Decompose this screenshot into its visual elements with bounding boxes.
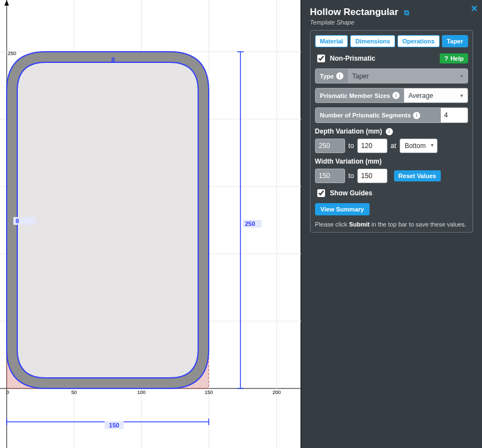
panel-subtitle: Template Shape: [310, 19, 473, 26]
view-summary-button[interactable]: View Summary: [315, 203, 370, 215]
width-from: 150: [315, 169, 345, 183]
chevron-down-icon: ▾: [431, 142, 434, 148]
info-icon[interactable]: i: [413, 112, 420, 119]
panel-title-text: Hollow Rectangular: [310, 7, 399, 17]
info-icon[interactable]: i: [336, 72, 343, 80]
svg-marker-2: [4, 0, 9, 6]
depth-to-input[interactable]: [357, 139, 387, 153]
tab-operations[interactable]: Operations: [397, 35, 440, 47]
num-segments-label: Number of Prismatic Segments: [320, 112, 411, 119]
panel-card: Material Dimensions Operations Taper Non…: [310, 30, 473, 233]
depth-at-value: Bottom: [405, 142, 426, 150]
close-icon[interactable]: ×: [471, 2, 478, 15]
member-sizes-control[interactable]: Prismatic Member Sizes i Average ▾: [315, 88, 468, 103]
num-segments-control: Number of Prismatic Segments i: [315, 107, 468, 123]
member-sizes-label: Prismatic Member Sizes: [320, 92, 390, 99]
guide-thk-left[interactable]: 8: [13, 217, 36, 225]
grid: [0, 0, 321, 448]
help-label: Help: [450, 55, 464, 62]
ytick: 50: [8, 320, 13, 326]
show-guides-checkbox[interactable]: [317, 189, 325, 197]
non-prismatic-checkbox[interactable]: [317, 55, 325, 62]
tabs: Material Dimensions Operations Taper: [315, 35, 468, 47]
chevron-down-icon: ▾: [460, 92, 463, 99]
help-button[interactable]: ? Help: [440, 53, 468, 63]
non-prismatic-label: Non-Prismatic: [330, 55, 375, 62]
at-word: at: [391, 142, 396, 150]
width-to-input[interactable]: [357, 169, 387, 183]
panel-title: Hollow Rectangular ⧉: [310, 7, 473, 18]
guide-height[interactable]: 250: [243, 220, 262, 228]
tab-dimensions[interactable]: Dimensions: [350, 35, 395, 47]
depth-at-select[interactable]: Bottom ▾: [400, 139, 437, 153]
ytick: 250: [8, 51, 16, 56]
properties-panel: × Hollow Rectangular ⧉ Template Shape Ma…: [301, 0, 482, 448]
tab-taper[interactable]: Taper: [442, 35, 468, 47]
help-icon: ?: [444, 55, 448, 62]
ytick: 150: [8, 185, 16, 191]
depth-variation-label: Depth Variation (mm): [315, 127, 382, 135]
show-guides-label: Show Guides: [330, 189, 372, 197]
width-variation-label: Width Variation (mm): [315, 157, 382, 165]
save-note: Please click Submit in the top bar to sa…: [315, 221, 468, 228]
ytick: 200: [8, 118, 16, 124]
type-value: Taper: [352, 72, 369, 80]
depth-from: 250: [315, 139, 345, 153]
tab-material[interactable]: Material: [315, 35, 348, 47]
type-label: Type: [320, 73, 334, 80]
info-icon[interactable]: i: [392, 92, 400, 99]
restore-icon[interactable]: ⧉: [404, 8, 409, 17]
type-control[interactable]: Type i Taper ▾: [315, 68, 468, 83]
xtick: 100: [137, 390, 145, 395]
note-post: in the top bar to save these values.: [370, 221, 466, 228]
chevron-down-icon: ▾: [460, 73, 463, 79]
section-canvas: 0 50 100 150 200 50 100 150 200 250 250 …: [0, 0, 301, 448]
reset-values-button[interactable]: Reset Values: [394, 170, 441, 181]
guide-width[interactable]: 150: [105, 421, 124, 429]
xtick: 150: [204, 390, 213, 395]
ytick: 100: [8, 253, 16, 258]
xtick: 50: [71, 390, 77, 395]
note-bold: Submit: [349, 221, 370, 228]
xtick: 0: [6, 390, 9, 395]
to-word: to: [348, 142, 354, 150]
to-word: to: [348, 172, 354, 180]
info-icon[interactable]: i: [386, 128, 393, 135]
xtick: 200: [272, 390, 281, 395]
num-segments-input[interactable]: [441, 108, 468, 122]
member-sizes-value: Average: [409, 92, 433, 100]
note-pre: Please click: [315, 221, 349, 228]
guide-thk-top[interactable]: 8: [109, 56, 117, 63]
